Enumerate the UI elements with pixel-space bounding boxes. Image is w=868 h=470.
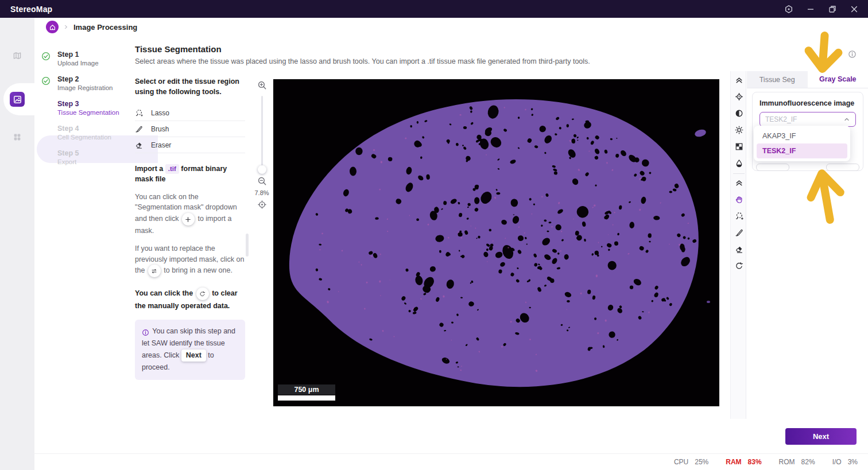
brush-icon (135, 125, 143, 133)
adjust-button[interactable] (731, 90, 747, 103)
panel-resize-handle[interactable] (246, 234, 249, 257)
ghost-input-left (756, 164, 789, 171)
locate-center-icon[interactable] (257, 200, 267, 209)
clear-data-line: You can click the to clear the manually … (135, 288, 245, 312)
brightness-button[interactable] (731, 123, 747, 137)
reset-icon (199, 291, 206, 297)
reset-chip (196, 288, 209, 300)
if-image-dropdown[interactable]: TESK2_IF (760, 112, 856, 127)
zoom-in-icon[interactable] (257, 80, 267, 90)
rail-apps-tool[interactable] (0, 125, 34, 150)
grid-icon (13, 133, 22, 142)
window-minimize-icon[interactable] (803, 2, 819, 16)
collapse-group-button[interactable] (731, 73, 747, 87)
edit-tools-heading: Select or edit the tissue region using t… (135, 76, 245, 97)
zoom-slider[interactable] (261, 96, 263, 170)
info-icon (142, 329, 149, 336)
eraser-icon (735, 245, 743, 254)
step-item-2[interactable]: Step 2Image Registration (41, 75, 122, 91)
cpu-label: CPU (674, 458, 688, 466)
step-item-1[interactable]: Step 1Upload Image (41, 51, 122, 67)
rom-stat: ROM82% (779, 458, 815, 466)
double-chevron-up-icon (735, 76, 743, 84)
replace-paragraph: If you want to replace the previously im… (135, 243, 245, 278)
brush-label: Brush (151, 124, 169, 134)
contrast-button[interactable] (731, 106, 747, 120)
adjust-icon (735, 92, 743, 101)
window-close-icon[interactable] (846, 2, 862, 16)
zoom-slider-handle[interactable] (258, 165, 266, 174)
rom-value: 82% (801, 458, 815, 466)
reset-button[interactable] (731, 259, 747, 273)
page-info-button[interactable] (848, 50, 857, 59)
dropdown-option-akap3[interactable]: AKAP3_IF (757, 129, 847, 143)
step-subtitle: Upload Image (57, 60, 122, 67)
step-title: Step 5 (57, 149, 122, 157)
window-controls (781, 0, 862, 18)
next-chip: Next (181, 349, 206, 362)
step-subtitle: Image Registration (57, 84, 122, 91)
toolbar-divider (733, 173, 745, 174)
titlebar: StereoMap (0, 0, 868, 18)
step-title: Step 4 (57, 125, 122, 133)
skip-info-box: You can skip this step and let SAW ident… (135, 320, 245, 380)
page-subtitle: Select areas where the tissue was placed… (135, 57, 590, 65)
lasso-tool-row[interactable]: Lasso (135, 105, 245, 121)
chevron-up-icon (843, 116, 850, 123)
right-panel: Tissue Seg Gray Scale Immunofluorescence… (747, 71, 868, 453)
ram-stat: RAM83% (726, 458, 761, 466)
collapse-group-2-button[interactable] (731, 176, 747, 189)
ram-value: 83% (748, 458, 762, 466)
instructions-panel: Select or edit the tissue region using t… (135, 76, 245, 380)
import-paragraph: You can click on the "Segmentation mask"… (135, 192, 245, 236)
ghost-input-right (826, 164, 859, 171)
breadcrumb: Image Processing (46, 20, 137, 34)
eraser-tool-row[interactable]: Eraser (135, 137, 245, 153)
step-subtitle: Cell Segmentation (57, 134, 122, 141)
window-restore-icon[interactable] (824, 2, 840, 16)
dropdown-option-tesk2[interactable]: TESK2_IF (757, 143, 847, 158)
map-icon (13, 51, 22, 60)
saturation-button[interactable] (731, 156, 747, 170)
immunofluorescence-label: Immunofluorescence image (760, 99, 856, 107)
hand-icon (735, 195, 743, 204)
rail-image-processing-tool[interactable] (10, 92, 25, 107)
settings-gear-icon[interactable] (781, 2, 797, 16)
pan-tool-button[interactable] (731, 192, 747, 206)
image-viewer-canvas[interactable]: 750 μm (273, 79, 719, 406)
brush-tool-button[interactable] (731, 226, 747, 239)
left-rail (0, 18, 34, 470)
eraser-tool-button[interactable] (731, 242, 747, 256)
home-button[interactable] (46, 21, 59, 33)
reset-icon (735, 262, 743, 270)
tab-tissue-seg[interactable]: Tissue Seg (747, 71, 808, 88)
lasso-icon (135, 109, 143, 117)
lasso-label: Lasso (151, 108, 169, 118)
eraser-icon (135, 141, 143, 149)
next-button[interactable]: Next (785, 428, 857, 445)
clear-line-pre: You can click the (135, 290, 193, 298)
swap-icon (151, 268, 157, 274)
step-item-5: Step 5Export (41, 149, 122, 165)
swap-chip (148, 265, 161, 277)
lasso-icon (735, 212, 743, 220)
checkerboard-button[interactable] (731, 139, 747, 153)
step-subtitle: Tissue Segmentation (57, 109, 122, 116)
check-circle-icon (41, 52, 51, 61)
lasso-tool-button[interactable] (731, 209, 747, 223)
dropdown-menu: AKAP3_IF TESK2_IF (754, 126, 850, 161)
eraser-label: Eraser (151, 140, 171, 150)
info-icon (848, 50, 857, 59)
tif-badge: .tif (165, 164, 179, 174)
brush-tool-row[interactable]: Brush (135, 121, 245, 137)
zoom-out-icon[interactable] (257, 176, 267, 186)
import-heading-pre: Import a (135, 165, 163, 173)
breadcrumb-page: Image Processing (73, 23, 137, 32)
step-item-3[interactable]: Step 3Tissue Segmentation (41, 100, 122, 116)
rail-map-tool[interactable] (0, 43, 34, 68)
step-title: Step 2 (57, 75, 122, 83)
io-value: 3% (848, 458, 858, 466)
rom-label: ROM (779, 458, 795, 466)
tab-gray-scale[interactable]: Gray Scale (808, 71, 868, 88)
tissue-image (273, 79, 719, 406)
